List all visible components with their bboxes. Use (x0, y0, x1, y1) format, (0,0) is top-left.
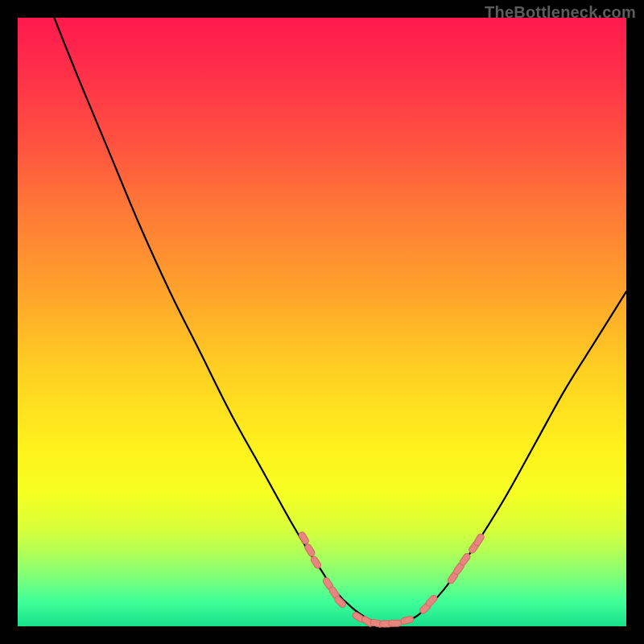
curve-marker (389, 620, 402, 626)
curve-marker (303, 543, 316, 558)
curve-marker (459, 552, 472, 567)
curve-marker (473, 533, 485, 547)
chart-overlay-svg (18, 18, 626, 626)
curve-marker (333, 595, 347, 609)
bottleneck-curve (54, 18, 626, 624)
curve-marker (400, 616, 414, 625)
chart-frame (18, 18, 626, 626)
curve-markers-group (298, 530, 485, 628)
curve-marker (425, 594, 439, 608)
curve-marker (310, 555, 323, 570)
